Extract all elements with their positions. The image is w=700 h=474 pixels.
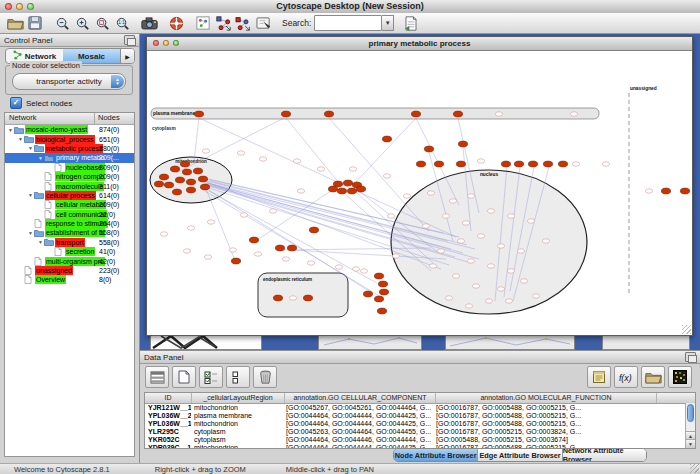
network-window-titlebar[interactable]: primary metabolic process — [147, 37, 692, 51]
tree-row[interactable]: nucleobase-209(0) — [5, 163, 134, 172]
network-node[interactable] — [487, 264, 494, 268]
tree-row[interactable]: ▼transport558(0) — [5, 238, 134, 247]
app-resize-grip[interactable] — [690, 464, 699, 473]
network-node-selected[interactable] — [275, 245, 284, 251]
background-window-fragment[interactable] — [602, 334, 690, 350]
tree-row[interactable]: ▼primary metabo209(... — [5, 153, 134, 162]
help-lifebuoy-icon[interactable] — [166, 14, 186, 33]
table-row[interactable]: YKR052Ccytoplasm[GO:0044464, GO:0044446,… — [145, 436, 695, 444]
network-node[interactable] — [254, 252, 261, 256]
network-node[interactable] — [269, 209, 276, 213]
expand-arrow-icon[interactable]: ▼ — [17, 136, 24, 142]
network-node-selected[interactable] — [528, 161, 537, 167]
network-node-selected[interactable] — [514, 161, 523, 167]
network-node-selected[interactable] — [231, 258, 240, 264]
network-node[interactable] — [240, 213, 247, 217]
network-node[interactable] — [462, 221, 469, 225]
scrollbar-thumb[interactable] — [687, 404, 694, 422]
network-node[interactable] — [477, 234, 484, 238]
scroll-down-icon[interactable]: ▼ — [686, 439, 695, 448]
background-window-fragment[interactable] — [150, 334, 262, 350]
network-node-selected[interactable] — [434, 161, 443, 167]
network-node[interactable] — [527, 219, 534, 223]
more-tabs-arrow-icon[interactable]: ▶ — [120, 49, 134, 63]
network-edge[interactable] — [194, 118, 199, 161]
tab-node-attribute-browser[interactable]: Node Attribute Browser — [394, 449, 477, 461]
network-node[interactable] — [360, 269, 367, 273]
network-node[interactable] — [437, 249, 444, 253]
tree-row[interactable]: macromolecule311(0) — [5, 181, 134, 190]
network-node[interactable] — [392, 254, 399, 258]
network-node[interactable] — [183, 249, 190, 253]
expand-arrow-icon[interactable]: ▼ — [7, 127, 14, 133]
zoom-selected-icon[interactable] — [92, 14, 112, 33]
network-node[interactable] — [297, 189, 304, 193]
table-scrollbar[interactable]: ▲ ▼ — [685, 403, 695, 448]
region-nucleus[interactable] — [391, 170, 587, 314]
network-node[interactable] — [187, 226, 194, 230]
tree-row[interactable]: ▼metabolic process280(0) — [5, 144, 134, 153]
network-node-selected[interactable] — [363, 291, 372, 297]
network-edge[interactable] — [286, 118, 339, 183]
network-node[interactable] — [160, 232, 167, 236]
network-node[interactable] — [289, 296, 296, 300]
network-node[interactable] — [495, 112, 502, 116]
network-node[interactable] — [465, 304, 472, 308]
expand-arrow-icon[interactable]: ▼ — [27, 230, 34, 236]
network-node[interactable] — [237, 151, 244, 155]
network-node-selected[interactable] — [416, 161, 425, 167]
grid-icon[interactable] — [145, 366, 169, 388]
network-node-selected[interactable] — [175, 177, 184, 183]
network-node[interactable] — [282, 257, 289, 261]
network-node[interactable] — [335, 265, 342, 269]
network-node-selected[interactable] — [180, 161, 189, 167]
network-node[interactable] — [202, 149, 209, 153]
network-node[interactable] — [442, 214, 449, 218]
network-node[interactable] — [467, 194, 474, 198]
tree-row[interactable]: Overview8(0) — [5, 275, 134, 284]
network-node[interactable] — [293, 159, 300, 163]
notepad-icon[interactable] — [587, 366, 611, 388]
network-node-selected[interactable] — [333, 181, 342, 187]
network-node-selected[interactable] — [456, 161, 465, 167]
node-color-dropdown[interactable]: transporter activity ▲▼ — [12, 73, 126, 90]
network-node-selected[interactable] — [411, 111, 420, 117]
network-node-selected[interactable] — [159, 174, 168, 180]
background-window-fragment[interactable] — [445, 334, 575, 350]
network-node[interactable] — [520, 279, 527, 283]
zoom-out-icon[interactable] — [52, 14, 72, 33]
network-edge[interactable] — [176, 118, 284, 173]
network-node-selected[interactable] — [164, 182, 173, 188]
network-layout-icon[interactable] — [213, 14, 233, 33]
network-node-selected[interactable] — [378, 281, 387, 287]
network-node-selected[interactable] — [303, 295, 312, 301]
network-node[interactable] — [429, 264, 436, 268]
column-header[interactable]: ID — [145, 393, 192, 403]
network-node[interactable] — [204, 255, 211, 259]
expand-arrow-icon[interactable]: ▼ — [37, 155, 44, 161]
network-node-selected[interactable] — [347, 188, 356, 194]
network-node[interactable] — [532, 294, 539, 298]
network-node-selected[interactable] — [170, 166, 179, 172]
network-node[interactable] — [427, 191, 434, 195]
expand-arrow-icon[interactable]: ▼ — [37, 239, 44, 245]
network-node[interactable] — [497, 244, 504, 248]
network-node[interactable] — [387, 214, 394, 218]
network-node-selected[interactable] — [374, 273, 383, 279]
network-node-selected[interactable] — [453, 111, 462, 117]
tree-row[interactable]: unassigned223(0) — [5, 266, 134, 275]
unselect-attributes-icon[interactable] — [226, 366, 250, 388]
network-node[interactable] — [445, 296, 452, 300]
tree-row[interactable]: secretion41(0) — [5, 247, 134, 256]
network-node[interactable] — [602, 162, 609, 166]
birdseye-icon[interactable] — [193, 14, 213, 33]
network-node-selected[interactable] — [249, 237, 258, 243]
network-node-selected[interactable] — [343, 180, 352, 186]
network-node-selected[interactable] — [186, 179, 195, 185]
expand-arrow-icon[interactable]: ▼ — [27, 192, 34, 198]
network-node[interactable] — [349, 167, 356, 171]
zoom-in-icon[interactable] — [72, 14, 92, 33]
column-header[interactable]: _cellularLayoutRegion — [192, 393, 285, 403]
network-node[interactable] — [452, 274, 459, 278]
network-node[interactable] — [307, 261, 314, 265]
